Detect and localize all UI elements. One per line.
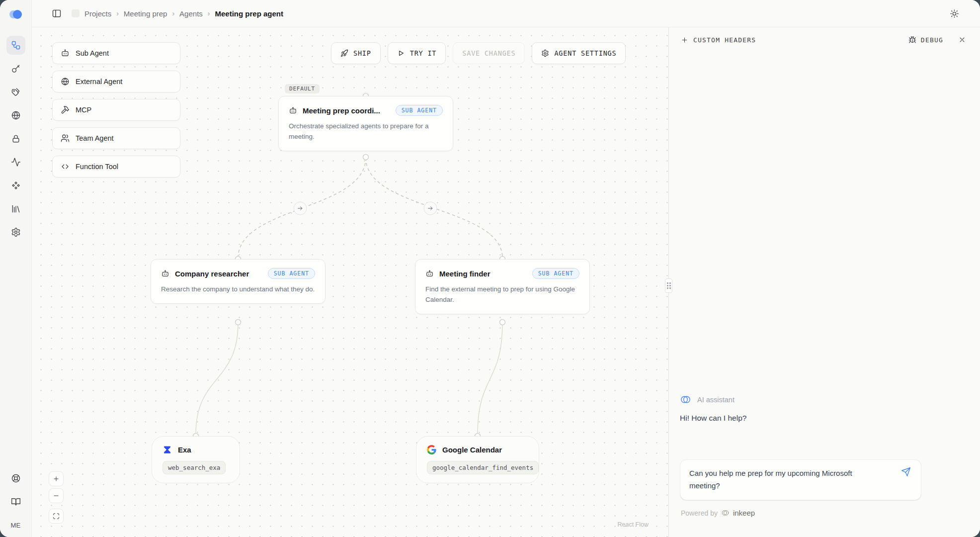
- node-exa-tool[interactable]: Exa web_search_exa: [152, 436, 240, 483]
- chat-area: AI assistant Hi! How can I help? Can you…: [669, 50, 980, 537]
- project-avatar: [72, 9, 80, 17]
- sub-agent-badge: SUB AGENT: [396, 105, 443, 116]
- node-description: Orchestrate specialized agents to prepar…: [289, 121, 443, 142]
- tags-icon: [11, 87, 21, 97]
- palette-item-function-tool[interactable]: Function Tool: [52, 156, 180, 178]
- zoom-in-button[interactable]: [49, 471, 64, 486]
- palette-item-team-agent[interactable]: Team Agent: [52, 127, 180, 149]
- sidebar-item-external[interactable]: [6, 106, 25, 125]
- palette-item-label: Team Agent: [76, 134, 114, 142]
- activity-icon: [11, 157, 21, 167]
- react-flow-attribution[interactable]: React Flow: [617, 521, 649, 528]
- palette-item-mcp[interactable]: MCP: [52, 99, 180, 121]
- breadcrumb: Projects › Meeting prep › Agents › Meeti…: [84, 9, 283, 18]
- node-description: Find the external meeting to prep for us…: [425, 284, 579, 305]
- inkeep-brand-label: inkeep: [733, 509, 755, 517]
- user-avatar[interactable]: ME: [10, 522, 20, 529]
- canvas-toolbar: SHIP TRY IT SAVE CHANGES AGENT SETTINGS: [331, 42, 626, 64]
- zoom-out-button[interactable]: [49, 488, 64, 503]
- send-button[interactable]: [901, 467, 911, 477]
- node-meeting-prep-coordinator[interactable]: Meeting prep coordi... SUB AGENT Orchest…: [278, 96, 453, 151]
- custom-headers-button[interactable]: CUSTOM HEADERS: [681, 36, 756, 44]
- sub-agent-badge: SUB AGENT: [268, 268, 315, 279]
- sidebar-item-tags[interactable]: [6, 83, 25, 101]
- sidebar-item-settings[interactable]: [6, 223, 25, 242]
- save-changes-label: SAVE CHANGES: [462, 49, 515, 57]
- debug-panel-header: CUSTOM HEADERS DEBUG: [669, 27, 980, 50]
- lock-icon: [11, 134, 21, 144]
- panel-resize-handle[interactable]: [665, 278, 672, 293]
- sub-agent-badge: SUB AGENT: [532, 268, 579, 279]
- zoom-controls: [49, 471, 64, 524]
- maximize-icon: [53, 513, 60, 520]
- help-button[interactable]: [6, 469, 25, 488]
- panel-left-icon: [52, 8, 62, 18]
- node-title: Meeting finder: [439, 269, 490, 278]
- chat-input-card: Can you help me prep for my upcoming Mic…: [680, 459, 921, 500]
- node-google-calendar-tool[interactable]: Google Calendar google_calendar_find_eve…: [416, 436, 539, 483]
- rocket-icon: [340, 49, 348, 57]
- fit-view-button[interactable]: [49, 509, 64, 524]
- flow-canvas[interactable]: Sub Agent External Agent MCP Team Agent: [32, 27, 668, 537]
- debug-panel: CUSTOM HEADERS DEBUG AI assistant: [668, 27, 980, 537]
- sidebar-item-api-keys[interactable]: [6, 59, 25, 78]
- custom-headers-label: CUSTOM HEADERS: [693, 36, 756, 44]
- powered-by-footer[interactable]: Powered by inkeep: [681, 509, 980, 517]
- send-icon: [901, 467, 911, 477]
- gear-icon: [541, 49, 549, 57]
- close-icon: [958, 36, 966, 44]
- node-company-researcher[interactable]: Company researcher SUB AGENT Research th…: [151, 259, 326, 304]
- try-it-button[interactable]: TRY IT: [388, 42, 446, 64]
- app-window: ME Projects › Meeting prep › Agents › Me…: [0, 0, 980, 537]
- workflow-icon: [11, 40, 21, 50]
- exa-logo-icon: [163, 445, 172, 454]
- agent-settings-label: AGENT SETTINGS: [554, 49, 616, 57]
- palette-item-label: External Agent: [76, 78, 122, 86]
- bug-icon: [908, 36, 916, 44]
- plus-icon: [53, 475, 60, 482]
- bot-icon: [61, 49, 70, 58]
- book-open-icon: [11, 497, 21, 507]
- breadcrumb-agents[interactable]: Agents: [179, 9, 203, 18]
- docs-button[interactable]: [6, 492, 25, 511]
- palette-item-external-agent[interactable]: External Agent: [52, 71, 180, 92]
- gear-icon: [11, 227, 21, 237]
- close-panel-button[interactable]: [958, 36, 966, 44]
- inkeep-logo-icon: [721, 509, 730, 517]
- bot-icon: [161, 269, 169, 278]
- ship-button[interactable]: SHIP: [331, 42, 381, 64]
- agent-settings-button[interactable]: AGENT SETTINGS: [532, 42, 626, 64]
- node-title: Meeting prep coordi...: [303, 106, 380, 115]
- sidebar-item-graphs[interactable]: [6, 36, 25, 55]
- sidebar-item-components[interactable]: [6, 176, 25, 195]
- sidebar-item-credentials[interactable]: [6, 129, 25, 148]
- arrow-right-icon: [297, 205, 304, 212]
- palette-item-label: Sub Agent: [76, 49, 109, 57]
- node-title: Company researcher: [175, 269, 249, 278]
- node-meeting-finder[interactable]: Meeting finder SUB AGENT Find the extern…: [415, 259, 590, 314]
- tool-function-pill: web_search_exa: [163, 461, 226, 474]
- tool-title: Exa: [178, 446, 191, 454]
- chat-input[interactable]: Can you help me prep for my upcoming Mic…: [689, 467, 880, 492]
- globe-icon: [11, 110, 21, 120]
- sun-icon: [950, 9, 959, 18]
- breadcrumb-projects[interactable]: Projects: [84, 9, 111, 18]
- save-changes-button[interactable]: SAVE CHANGES: [453, 42, 525, 64]
- inkeep-logo: [8, 9, 23, 22]
- sidebar-toggle-button[interactable]: [52, 8, 62, 18]
- bot-icon: [289, 106, 297, 115]
- breadcrumb-separator: ›: [208, 9, 210, 17]
- sidebar-item-activity[interactable]: [6, 153, 25, 172]
- arrow-right-icon: [427, 205, 434, 212]
- inkeep-assistant-icon: [680, 394, 691, 405]
- debug-button[interactable]: DEBUG: [908, 36, 943, 44]
- tool-function-pill: google_calendar_find_events: [427, 461, 539, 474]
- sidebar-item-library[interactable]: [6, 199, 25, 218]
- breadcrumb-project[interactable]: Meeting prep: [124, 9, 167, 18]
- life-buoy-icon: [11, 473, 21, 483]
- palette-item-label: MCP: [76, 106, 91, 114]
- library-icon: [11, 204, 21, 214]
- breadcrumb-separator: ›: [172, 9, 174, 17]
- theme-toggle-button[interactable]: [950, 9, 959, 18]
- palette-item-sub-agent[interactable]: Sub Agent: [52, 42, 180, 64]
